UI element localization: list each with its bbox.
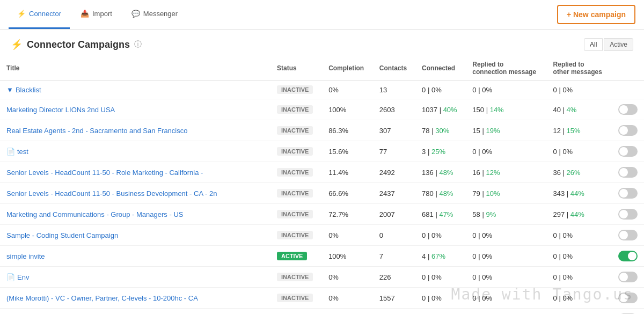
- col-status: Status: [270, 56, 322, 81]
- campaign-toggle[interactable]: [618, 209, 638, 220]
- filter-buttons: All Active: [584, 38, 633, 51]
- nav-tab-connector[interactable]: ⚡Connector: [9, 0, 70, 29]
- table-header-row: Title Status Completion Contacts Connect…: [0, 56, 644, 81]
- cell-title[interactable]: Marketing Director LIONs 2nd USA: [0, 99, 270, 120]
- toggle-slider: [618, 167, 638, 178]
- col-contacts: Contacts: [373, 56, 415, 81]
- file-icon: 📄: [6, 148, 15, 156]
- cell-completion: 86.3%: [322, 120, 373, 141]
- campaign-toggle[interactable]: [618, 188, 638, 199]
- connector-icon: ⚡: [11, 39, 23, 50]
- cell-connected: 0 | 0%: [415, 309, 466, 315]
- campaign-title-text: Env: [17, 273, 29, 281]
- cell-contacts: 0: [373, 225, 415, 246]
- campaign-toggle[interactable]: [618, 230, 638, 240]
- cell-contacts: 13: [373, 81, 415, 99]
- cell-title[interactable]: simple invite: [0, 246, 270, 267]
- cell-status: Inactive: [270, 81, 322, 99]
- cell-toggle: [612, 225, 644, 246]
- campaign-toggle[interactable]: [618, 167, 638, 178]
- col-replied-connection: Replied toconnection message: [466, 56, 546, 81]
- table-row: 📄testInactive15.6%773 | 25%0 | 0%0 | 0%: [0, 141, 644, 162]
- cell-replied-other: 36 | 26%: [547, 162, 612, 183]
- cell-replied-connection: 0 | 0%: [466, 225, 546, 246]
- cell-toggle: [612, 99, 644, 120]
- status-badge: Inactive: [277, 147, 313, 156]
- table-row: Real Estate Agents - 2nd - Sacramento an…: [0, 120, 644, 141]
- cell-replied-other: 297 | 44%: [547, 204, 612, 225]
- cell-contacts: 0: [373, 309, 415, 315]
- cell-title[interactable]: Real Estate Agents - 2nd - Sacramento an…: [0, 120, 270, 141]
- cell-replied-connection: 15 | 19%: [466, 120, 546, 141]
- new-campaign-button[interactable]: + New campaign: [557, 5, 635, 24]
- col-title: Title: [0, 56, 270, 81]
- cell-status: Inactive: [270, 99, 322, 120]
- cell-replied-other: 0 | 0%: [547, 267, 612, 288]
- nav-tab-import[interactable]: 📥Import: [72, 0, 121, 29]
- cell-toggle: [612, 120, 644, 141]
- cell-status: Active: [270, 246, 322, 267]
- cell-replied-connection: 0 | 0%: [466, 267, 546, 288]
- cell-contacts: 307: [373, 120, 415, 141]
- status-badge: Inactive: [277, 105, 313, 114]
- campaign-toggle[interactable]: [618, 125, 638, 136]
- campaign-title-text: Blacklist: [16, 86, 41, 94]
- cell-title[interactable]: Senior Levels - HeadCount 11-50 - Role M…: [0, 162, 270, 183]
- status-badge: Inactive: [277, 126, 313, 135]
- toggle-slider: [618, 230, 638, 240]
- page-title-row: ⚡ Connector Campaigns ⓘ: [11, 39, 142, 50]
- cell-title[interactable]: ▼Blacklist: [0, 81, 270, 99]
- campaign-toggle[interactable]: [618, 104, 638, 115]
- cell-replied-connection: 0 | 0%: [466, 288, 546, 309]
- nav-tab-messenger[interactable]: 💬Messenger: [123, 0, 186, 29]
- import-nav-label: Import: [92, 10, 112, 18]
- cell-completion: 0%: [322, 267, 373, 288]
- campaign-toggle[interactable]: [618, 272, 638, 282]
- cell-connected: 1037 | 40%: [415, 99, 466, 120]
- filter-all-button[interactable]: All: [584, 38, 603, 51]
- filter-active-button[interactable]: Active: [604, 38, 633, 51]
- toggle-slider: [618, 104, 638, 115]
- campaign-title-text: Marketing and Communications - Group - M…: [6, 210, 183, 218]
- cell-title[interactable]: 📄Env: [0, 267, 270, 288]
- cell-toggle: [612, 81, 644, 99]
- cell-replied-other: 343 | 44%: [547, 183, 612, 204]
- campaign-title-text: Sample - Coding Student Campaign: [6, 231, 118, 239]
- campaign-toggle[interactable]: [618, 251, 638, 261]
- campaign-toggle[interactable]: [618, 293, 638, 303]
- cell-replied-connection: 0 | 0%: [466, 81, 546, 99]
- table-row: Senior Levels - HeadCount 11-50 - Role M…: [0, 162, 644, 183]
- file-icon: 📄: [6, 273, 15, 281]
- cell-contacts: 7: [373, 246, 415, 267]
- cell-contacts: 2603: [373, 99, 415, 120]
- cell-title[interactable]: Senior Levels - HeadCount 11-50 - Busine…: [0, 183, 270, 204]
- cell-toggle: [612, 183, 644, 204]
- campaign-title-text: simple invite: [6, 252, 45, 260]
- info-icon[interactable]: ⓘ: [134, 40, 142, 49]
- campaign-title-text: test: [17, 148, 28, 156]
- cell-title[interactable]: TEMPLATE SAMPLE: [0, 309, 270, 315]
- cell-contacts: 2437: [373, 183, 415, 204]
- toggle-slider: [618, 125, 638, 136]
- cell-toggle: [612, 162, 644, 183]
- cell-title[interactable]: (Mike Morotti) - VC - Owner, Partner, C-…: [0, 288, 270, 309]
- cell-replied-connection: 16 | 12%: [466, 162, 546, 183]
- connector-nav-label: Connector: [29, 10, 61, 18]
- cell-title[interactable]: 📄test: [0, 141, 270, 162]
- cell-contacts: 226: [373, 267, 415, 288]
- table-row: Sample - Coding Student CampaignInactive…: [0, 225, 644, 246]
- toggle-slider: [618, 293, 638, 303]
- cell-title[interactable]: Sample - Coding Student Campaign: [0, 225, 270, 246]
- cell-completion: 0%: [322, 288, 373, 309]
- status-badge: Inactive: [277, 210, 313, 218]
- cell-replied-connection: 0 | 0%: [466, 309, 546, 315]
- col-toggle: [612, 56, 644, 81]
- table-row: Marketing Director LIONs 2nd USAInactive…: [0, 99, 644, 120]
- cell-replied-connection: 150 | 14%: [466, 99, 546, 120]
- cell-replied-connection: 0 | 0%: [466, 246, 546, 267]
- col-completion: Completion: [322, 56, 373, 81]
- cell-toggle: [612, 288, 644, 309]
- cell-title[interactable]: Marketing and Communications - Group - M…: [0, 204, 270, 225]
- toggle-slider: [618, 251, 638, 261]
- campaign-toggle[interactable]: [618, 146, 638, 157]
